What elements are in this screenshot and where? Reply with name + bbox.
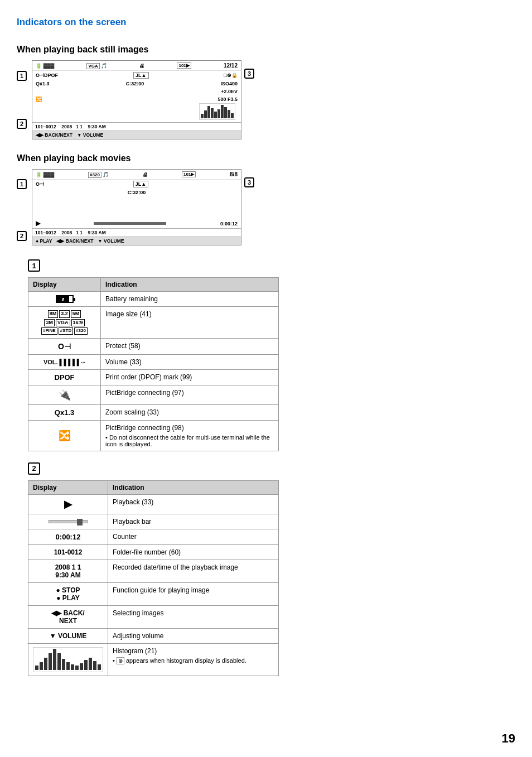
table-row: Histogram (21) • ⊗ appears when histogra… — [28, 643, 279, 676]
table-row: ▶ Playback (33) — [28, 494, 279, 514]
display-back-next: ◀▶ BACK/NEXT — [28, 605, 108, 628]
table-row: 8M 3.2 5M 3M VGA 16:9 #FINE — [28, 307, 279, 339]
movie-top-row: 🔋 ▓▓▓ #320 🎵 🖨 101▶ 8/8 — [32, 170, 241, 180]
table-row: /// Battery remaining — [28, 292, 279, 307]
still-mid4: 🔀 500 F3.5 — [32, 95, 241, 103]
still-bottom-info: 101–0012 2008 1 1 9:30 AM — [32, 122, 241, 131]
page-title: Indicators on the screen — [17, 17, 515, 28]
display-pictbridge2: 🔀 — [28, 420, 101, 451]
display-counter: 0:00:12 — [28, 529, 108, 544]
still-images-title: When playing back still images — [17, 45, 257, 55]
table-row: Qx1.3 Zoom scaling (33) — [28, 404, 279, 420]
indication-protect: Protect (58) — [101, 338, 279, 354]
label-1: 1 — [17, 71, 27, 81]
display-datetime: 2008 1 19:30 AM — [28, 560, 108, 582]
indication-dpof: Print order (DPOF) mark (99) — [101, 369, 279, 385]
label-m1: 1 — [17, 179, 27, 189]
movie-bottom-controls: ● PLAY ◀▶ BACK/NEXT ▼ VOLUME — [32, 237, 241, 245]
indication-back-next: Selecting images — [108, 605, 279, 628]
table2-header-display: Display — [28, 480, 108, 494]
indication-pictbridge1: PictBridge connecting (97) — [101, 385, 279, 404]
display-protect: O⊣ — [28, 338, 101, 354]
indication-counter: Counter — [108, 529, 279, 544]
display-volume: VOL. ▌▌▌▌▌··· — [28, 354, 101, 369]
indication-zoom: Zoom scaling (33) — [101, 404, 279, 420]
display-battery: /// — [28, 292, 101, 307]
still-bottom-controls: ◀▶ BACK/NEXT ▼ VOLUME — [32, 131, 241, 139]
display-volume2: ▼ VOLUME — [28, 628, 108, 643]
indication-volume: Volume (33) — [101, 354, 279, 369]
table1-header-display: Display — [28, 278, 101, 292]
indication-play-triangle: Playback (33) — [108, 494, 279, 514]
table-row: DPOF Print order (DPOF) mark (99) — [28, 369, 279, 385]
display-zoom: Qx1.3 — [28, 404, 101, 420]
still-images-diagram: 1 2 🔋 ▓▓▓ VGA — [17, 60, 257, 139]
display-histogram — [28, 643, 108, 676]
table2-header-indication: Indication — [108, 480, 279, 494]
table-row: ◀▶ BACK/NEXT Selecting images — [28, 605, 279, 628]
indication-volume2: Adjusting volume — [108, 628, 279, 643]
still-mid2: Qx1.3 C:32:00 ISO400 — [32, 80, 241, 88]
section-number-1: 1 — [28, 259, 40, 272]
still-mid3: +2.0EV — [32, 88, 241, 95]
movie-playback-row: ▶ 0:00:12 — [32, 219, 241, 228]
display-play-triangle: ▶ — [28, 494, 108, 514]
table-row: VOL. ▌▌▌▌▌··· Volume (33) — [28, 354, 279, 369]
display-playback-bar — [28, 514, 108, 529]
indication-folder-file: Folder-file number (60) — [108, 544, 279, 560]
table-row: ● STOP● PLAY Function guide for playing … — [28, 582, 279, 605]
indication-pictbridge2: PictBridge connecting (98) • Do not disc… — [101, 420, 279, 451]
indication-histogram: Histogram (21) • ⊗ appears when histogra… — [108, 643, 279, 676]
indication-image-size: Image size (41) — [101, 307, 279, 339]
label-2: 2 — [17, 119, 27, 129]
label-3: 3 — [244, 69, 254, 79]
movie-mid2: C:32:00 — [32, 189, 241, 196]
movie-bottom-info: 101–0012 2008 1 1 9:30 AM — [32, 228, 241, 237]
movie-mid1: O⊣ JL▲ — [32, 180, 241, 189]
table-row: 0:00:12 Counter — [28, 529, 279, 544]
indication-stop-play: Function guide for playing image — [108, 582, 279, 605]
page-number: 19 — [502, 731, 515, 746]
table-1: Display Indication /// — [28, 277, 279, 451]
still-histogram — [32, 103, 241, 122]
table1-header-indication: Indication — [101, 278, 279, 292]
table-row: 101-0012 Folder-file number (60) — [28, 544, 279, 560]
table-2: Display Indication ▶ Playback (33) — [28, 480, 279, 676]
movies-title: When playing back movies — [17, 153, 257, 163]
still-top-row: 🔋 ▓▓▓ VGA 🎵 🖨 101▶ 12/12 — [32, 61, 241, 71]
indication-battery: Battery remaining — [101, 292, 279, 307]
label-m2: 2 — [17, 231, 27, 241]
movies-diagram: 1 2 🔋 ▓▓▓ #320 — [17, 169, 257, 245]
table-row: 🔌 PictBridge connecting (97) — [28, 385, 279, 404]
table-row: Playback bar — [28, 514, 279, 529]
section-number-2: 2 — [28, 462, 40, 475]
display-stop-play: ● STOP● PLAY — [28, 582, 108, 605]
label-m3: 3 — [244, 177, 254, 187]
indication-playback-bar: Playback bar — [108, 514, 279, 529]
table-row: O⊣ Protect (58) — [28, 338, 279, 354]
display-pictbridge1: 🔌 — [28, 385, 101, 404]
still-mid1: O⊣DPOF JL▲ □⊗🔒 — [32, 71, 241, 80]
indication-datetime: Recorded date/time of the playback image — [108, 560, 279, 582]
movie-preview-area — [32, 196, 241, 219]
table-row: 🔀 PictBridge connecting (98) • Do not di… — [28, 420, 279, 451]
display-folder-file: 101-0012 — [28, 544, 108, 560]
table-row: 2008 1 19:30 AM Recorded date/time of th… — [28, 560, 279, 582]
table-row: ▼ VOLUME Adjusting volume — [28, 628, 279, 643]
display-image-size: 8M 3.2 5M 3M VGA 16:9 #FINE — [28, 307, 101, 339]
display-dpof: DPOF — [28, 369, 101, 385]
